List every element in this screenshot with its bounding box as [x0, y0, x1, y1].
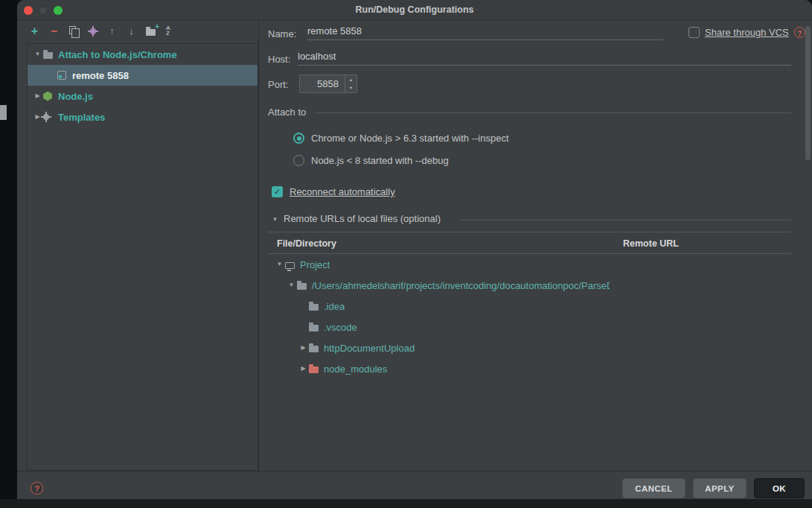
background-artifact [0, 105, 7, 120]
nodejs-icon [43, 92, 52, 101]
tree-item-label: .vscode [324, 322, 357, 333]
share-vcs-checkbox[interactable] [688, 27, 700, 38]
sidebar-item-attach-group[interactable]: Attach to Node.js/Chrome [28, 44, 258, 65]
background-bottom-edge [0, 499, 812, 508]
tree-item-label: Project [300, 259, 330, 270]
footer-divider [17, 471, 812, 472]
minus-icon [51, 25, 57, 38]
dialog-help-button[interactable] [31, 482, 43, 495]
share-vcs-group: Share through VCS [688, 27, 805, 38]
vertical-scrollbar[interactable] [805, 26, 811, 160]
titlebar: Run/Debug Configurations [17, 0, 812, 20]
port-value[interactable]: 5858 [300, 75, 345, 92]
table-row-vscode[interactable]: .vscode [268, 317, 791, 337]
remote-urls-label: Remote URLs of local files (optional) [284, 213, 441, 224]
attach-to-separator [315, 112, 791, 113]
excluded-folder-icon [309, 366, 319, 373]
remote-urls-separator [461, 220, 791, 220]
help-icon[interactable] [794, 27, 805, 38]
gear-icon [90, 28, 96, 34]
attach-option-debug: Node.js < 8 started with --debug [293, 155, 449, 166]
tree-item-label: httpDocumentUpload [324, 343, 415, 354]
chevron-down-icon[interactable] [32, 51, 43, 57]
folder-icon [297, 283, 307, 290]
tree-item-label: /Users/ahmedelsharif/projects/inventcodi… [312, 280, 610, 291]
node-attach-config-icon [57, 71, 66, 80]
run-debug-configurations-dialog: Run/Debug Configurations Attach to Node.… [17, 0, 812, 499]
sidebar-item-label: Templates [58, 112, 105, 123]
create-folder-button[interactable] [143, 23, 159, 39]
new-folder-icon [146, 29, 156, 36]
folder-icon [309, 304, 319, 311]
folder-icon [309, 325, 319, 331]
arrow-down-icon [129, 25, 134, 36]
chevron-down-icon[interactable] [286, 282, 297, 288]
chevron-right-icon[interactable] [298, 345, 309, 351]
radio-debug-label: Node.js < 8 started with --debug [311, 155, 449, 166]
window-title: Run/Debug Configurations [17, 0, 812, 20]
ok-button[interactable]: OK [754, 478, 805, 498]
table-row-node-modules[interactable]: node_modules [268, 358, 791, 379]
chevron-right-icon[interactable] [32, 93, 43, 99]
host-label: Host: [268, 54, 290, 65]
attach-option-inspect: Chrome or Node.js > 6.3 started with --i… [293, 133, 509, 144]
plus-icon [31, 25, 38, 38]
folder-icon [309, 346, 319, 352]
configurations-toolbar [27, 23, 178, 39]
cancel-button[interactable]: CANCEL [622, 478, 685, 498]
sidebar-item-label: Attach to Node.js/Chrome [58, 49, 177, 60]
add-configuration-button[interactable] [27, 23, 42, 39]
templates-gear-icon [43, 114, 49, 120]
sidebar-item-nodejs[interactable]: Node.js [28, 86, 258, 107]
reconnect-label: Reconnect automatically [290, 186, 395, 197]
table-row-project[interactable]: Project [268, 254, 791, 275]
table-row-httpdocumentupload[interactable]: httpDocumentUpload [268, 337, 791, 358]
move-up-button[interactable] [104, 23, 120, 39]
chevron-down-icon[interactable] [274, 261, 285, 267]
radio-inspect[interactable] [293, 133, 304, 144]
reconnect-row: Reconnect automatically [272, 186, 395, 197]
name-label: Name: [268, 28, 296, 39]
sort-az-icon [165, 25, 175, 36]
stepper-up-icon[interactable] [345, 75, 357, 84]
tree-item-label: node_modules [324, 363, 387, 375]
port-stepper[interactable]: 5858 [299, 74, 357, 93]
radio-inspect-label: Chrome or Node.js > 6.3 started with --i… [311, 133, 509, 144]
configurations-tree: Attach to Node.js/Chrome remote 5858 Nod… [27, 43, 258, 471]
remove-configuration-button[interactable] [46, 23, 62, 39]
column-remote-url: Remote URL [623, 232, 679, 255]
attach-to-label: Attach to [268, 107, 306, 118]
table-header: File/Directory Remote URL [268, 232, 791, 254]
chevron-down-icon[interactable] [269, 217, 281, 223]
copy-configuration-button[interactable] [65, 23, 81, 39]
move-down-button[interactable] [124, 23, 139, 39]
apply-button[interactable]: APPLY [693, 478, 747, 498]
table-row-project-root[interactable]: /Users/ahmedelsharif/projects/inventcodi… [268, 275, 791, 296]
host-input[interactable]: localhost [298, 49, 791, 66]
table-row-idea[interactable]: .idea [268, 296, 791, 317]
name-input[interactable]: remote 5858 [307, 24, 663, 40]
stepper-down-icon[interactable] [345, 84, 357, 93]
reconnect-checkbox[interactable] [272, 186, 283, 197]
sort-configurations-button[interactable] [162, 23, 178, 39]
stepper-arrows [345, 75, 357, 92]
chevron-right-icon[interactable] [298, 366, 309, 372]
tree-item-label: .idea [324, 301, 345, 312]
folder-icon [43, 52, 53, 59]
port-label: Port: [268, 79, 288, 90]
column-file-directory: File/Directory [277, 232, 336, 255]
project-icon [285, 262, 295, 269]
share-vcs-label: Share through VCS [705, 27, 789, 38]
arrow-up-icon [109, 25, 115, 36]
remote-urls-table: File/Directory Remote URL Project /Users… [268, 232, 791, 379]
sidebar-item-remote-5858[interactable]: remote 5858 [28, 65, 258, 86]
sidebar-item-templates[interactable]: Templates [28, 107, 258, 127]
configuration-form: Name: remote 5858 Share through VCS Host… [258, 20, 812, 471]
edit-templates-button[interactable] [85, 23, 100, 39]
sidebar-item-label: Node.js [58, 91, 93, 102]
sidebar-item-label: remote 5858 [72, 70, 129, 81]
radio-debug[interactable] [293, 155, 304, 166]
copy-icon [69, 26, 76, 34]
background-window-edge [0, 0, 17, 508]
